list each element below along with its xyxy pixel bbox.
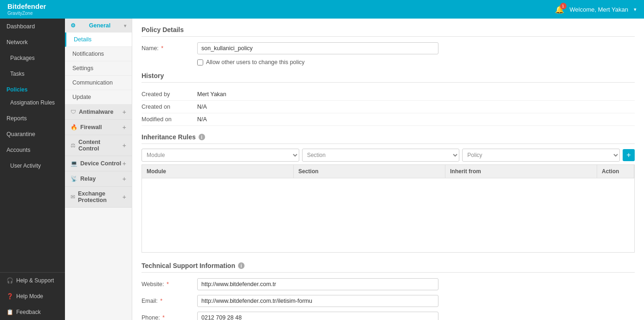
sidebar-item-quarantine[interactable]: Quarantine [0,126,65,142]
panel-section-firewall[interactable]: 🔥 Firewall + [65,120,132,135]
technical-support-section: Technical Support Information i Website:… [142,262,635,320]
inheritance-table-body [142,178,635,253]
section-select[interactable]: Section [302,149,460,162]
content-control-icon: ⚖ [71,142,76,149]
exchange-plus-icon[interactable]: + [122,193,126,201]
name-input[interactable] [197,42,438,54]
sidebar-item-reports[interactable]: Reports [0,111,65,126]
sidebar-item-accounts[interactable]: Accounts [0,142,65,158]
headset-icon: 🎧 [6,277,13,284]
inheritance-section: Inheritance Rules i Module Section Polic… [142,133,635,253]
notification-icon[interactable]: 🔔 1 [555,5,564,14]
sidebar-item-feedback[interactable]: 📋 Feedback [0,304,65,320]
phone-row: Phone: * [142,312,635,320]
add-inheritance-button[interactable]: + [623,149,635,161]
created-by-row: Created by Mert Yakan [142,88,635,101]
email-row: Email: * [142,295,635,307]
brand-sub: GravityZone [7,11,46,16]
panel-section-exchange-protection-label: Exchange Protection [78,190,122,203]
col-inherit-from: Inherit from [445,165,597,178]
panel-section-firewall-label: Firewall [80,124,122,131]
firewall-plus-icon[interactable]: + [122,124,126,131]
technical-support-info-icon[interactable]: i [238,262,245,269]
sidebar-item-packages[interactable]: Packages [0,50,65,66]
panel-section-device-control-label: Device Control [80,160,122,167]
created-on-value: N/A [197,104,207,110]
email-input[interactable] [197,295,438,307]
allow-change-label[interactable]: Allow other users to change this policy [206,59,305,65]
panel-section-general[interactable]: ⚙ General ▾ [65,19,132,33]
antimalware-icon: 🛡 [71,109,76,115]
phone-input[interactable] [197,312,438,320]
topbar: Bitdefender GravityZone 🔔 1 Welcome, Mer… [0,0,644,19]
history-title: History [142,72,635,83]
panel-section-relay[interactable]: 📡 Relay + [65,171,132,187]
sidebar: Dashboard Network Packages Tasks Policie… [0,19,65,320]
panel-section-content-control[interactable]: ⚖ Content Control + [65,135,132,156]
name-label: Name: * [142,45,197,52]
sidebar-bottom: 🎧 Help & Support ❓ Help Mode 📋 Feedback [0,272,65,320]
middle-panel: ⚙ General ▾ Details Notifications Settin… [65,19,132,320]
modified-on-label: Modified on [142,116,197,123]
panel-section-content-control-label: Content Control [78,139,122,152]
topbar-right: 🔔 1 Welcome, Mert Yakan ▾ [555,5,637,14]
panel-item-settings[interactable]: Settings [65,61,132,76]
notification-badge: 1 [560,3,567,9]
inheritance-table-header: Module Section Inherit from Action [142,164,635,178]
panel-section-device-control[interactable]: 💻 Device Control + [65,156,132,171]
sidebar-item-help-support[interactable]: 🎧 Help & Support [0,273,65,288]
created-on-label: Created on [142,104,197,110]
firewall-icon: 🔥 [71,124,77,131]
website-row: Website: * [142,278,635,290]
website-label: Website: * [142,281,197,287]
sidebar-item-tasks[interactable]: Tasks [0,66,65,82]
policy-select[interactable]: Policy [462,149,620,162]
col-module: Module [142,165,294,178]
panel-section-relay-label: Relay [80,176,122,182]
panel-section-antimalware-label: Antimalware [79,109,122,115]
allow-checkbox-row: Allow other users to change this policy [197,59,635,65]
email-label: Email: * [142,298,197,304]
website-input[interactable] [197,278,438,290]
sidebar-item-assignation-rules[interactable]: Assignation Rules [0,95,65,111]
panel-section-exchange-protection[interactable]: ✉ Exchange Protection + [65,187,132,208]
sidebar-item-dashboard[interactable]: Dashboard [0,19,65,34]
sidebar-item-help-mode[interactable]: ❓ Help Mode [0,288,65,304]
allow-change-checkbox[interactable] [197,59,203,65]
sidebar-item-network[interactable]: Network [0,34,65,50]
created-on-row: Created on N/A [142,101,635,113]
modified-on-value: N/A [197,116,207,123]
brand: Bitdefender GravityZone [7,3,46,16]
layout: Dashboard Network Packages Tasks Policie… [0,19,644,320]
content-control-plus-icon[interactable]: + [122,142,126,149]
exchange-icon: ✉ [71,194,75,200]
inheritance-info-icon[interactable]: i [199,134,205,140]
sidebar-item-user-activity[interactable]: User Activity [0,158,65,174]
col-action: Action [597,165,634,178]
sidebar-item-policies[interactable]: Policies [0,82,65,95]
relay-icon: 📡 [71,176,77,182]
welcome-text: Welcome, Mert Yakan [570,6,628,13]
panel-item-details[interactable]: Details [65,33,132,47]
panel-item-notifications[interactable]: Notifications [65,47,132,61]
chevron-down-icon[interactable]: ▾ [634,7,637,13]
inheritance-controls: Module Section Policy + [142,149,635,162]
name-required: * [161,45,163,52]
main-content: Policy Details Name: * Allow other users… [132,19,644,320]
device-control-plus-icon[interactable]: + [122,160,126,167]
phone-label: Phone: * [142,314,197,320]
device-control-icon: 💻 [71,160,77,167]
antimalware-plus-icon[interactable]: + [122,108,126,116]
relay-plus-icon[interactable]: + [122,175,126,183]
name-row: Name: * [142,42,635,54]
panel-item-update[interactable]: Update [65,90,132,104]
content-area: Policy Details Name: * Allow other users… [132,19,644,320]
question-icon: ❓ [6,293,13,300]
panel-section-antimalware[interactable]: 🛡 Antimalware + [65,104,132,120]
modified-on-row: Modified on N/A [142,113,635,126]
chevron-icon: ▾ [124,23,126,28]
gear-icon: ⚙ [71,22,76,29]
created-by-label: Created by [142,91,197,98]
panel-item-communication[interactable]: Communication [65,76,132,90]
module-select[interactable]: Module [142,149,299,162]
